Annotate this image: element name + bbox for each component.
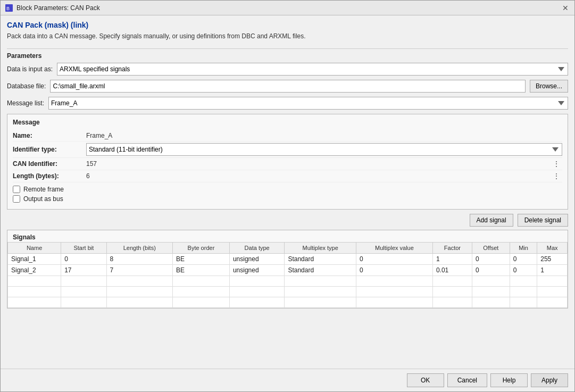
cell-start-bit: 17: [61, 265, 106, 276]
window-title: Block Parameters: CAN Pack: [16, 4, 100, 12]
cell-multiplex-value: 0: [356, 254, 433, 265]
data-input-label: Data is input as:: [7, 65, 53, 73]
message-group: Message Name: Frame_A Identifier type: S…: [7, 114, 568, 210]
table-row-empty: [8, 276, 568, 287]
cell-multiplex-type: Standard: [285, 254, 356, 265]
signals-title: Signals: [7, 230, 568, 242]
col-header-byte-order: Byte order: [172, 243, 229, 254]
message-list-row: Message list: Frame_A: [7, 97, 568, 110]
table-row-empty: [8, 287, 568, 297]
can-identifier-row: CAN Identifier: 157 ⋮: [13, 158, 562, 170]
cell-min: 0: [510, 265, 537, 276]
data-input-select[interactable]: Manually ARXML specified signals DBC spe…: [57, 63, 568, 76]
message-group-title: Message: [13, 119, 562, 126]
apply-button[interactable]: Apply: [531, 373, 568, 387]
help-button[interactable]: Help: [490, 373, 528, 387]
col-header-start-bit: Start bit: [61, 243, 106, 254]
cell-factor: 0.01: [432, 265, 472, 276]
can-identifier-label: CAN Identifier:: [13, 160, 82, 168]
parameters-label: Parameters: [7, 52, 568, 60]
col-header-min: Min: [510, 243, 537, 254]
database-file-input[interactable]: [50, 80, 526, 93]
titlebar: B Block Parameters: CAN Pack ✕: [1, 1, 574, 15]
cell-length-bits: 7: [106, 265, 172, 276]
identifier-type-select[interactable]: Standard (11-bit identifier) Extended (2…: [86, 143, 562, 156]
block-icon: B: [5, 4, 13, 12]
cell-multiplex-value: 0: [356, 265, 433, 276]
col-header-multiplex-value: Multiplex value: [356, 243, 433, 254]
remote-frame-row: Remote frame: [13, 186, 562, 193]
cell-data-type: unsigned: [229, 265, 285, 276]
length-row: Length (bytes): 6 ⋮: [13, 170, 562, 182]
cell-offset: 0: [472, 254, 510, 265]
cell-offset: 0: [472, 265, 510, 276]
delete-signal-button[interactable]: Delete signal: [518, 214, 568, 227]
col-header-max: Max: [537, 243, 568, 254]
database-file-label: Database file:: [7, 82, 46, 90]
can-identifier-value: 157: [86, 160, 546, 168]
message-name-value: Frame_A: [86, 132, 562, 139]
table-row[interactable]: Signal_1 0 8 BE unsigned Standard 0 1 0 …: [8, 254, 568, 265]
svg-text:B: B: [6, 6, 10, 11]
table-row[interactable]: Signal_2 17 7 BE unsigned Standard 0 0.0…: [8, 265, 568, 276]
app-title: CAN Pack (mask) (link): [7, 21, 568, 29]
message-name-label: Name:: [13, 132, 82, 139]
remote-frame-label: Remote frame: [23, 186, 64, 193]
description: Pack data into a CAN message. Specify si…: [7, 32, 568, 40]
col-header-factor: Factor: [432, 243, 472, 254]
cell-max: 1: [537, 265, 568, 276]
cell-max: 255: [537, 254, 568, 265]
remote-frame-checkbox[interactable]: [13, 186, 20, 193]
signals-table: Name Start bit Length (bits) Byte order …: [7, 242, 568, 308]
length-action[interactable]: ⋮: [551, 172, 562, 180]
output-as-bus-checkbox[interactable]: [13, 195, 20, 203]
col-header-data-type: Data type: [229, 243, 285, 254]
output-as-bus-label: Output as bus: [23, 195, 63, 203]
ok-button[interactable]: OK: [407, 373, 444, 387]
cell-factor: 1: [432, 254, 472, 265]
cell-length-bits: 8: [106, 254, 172, 265]
main-window: B Block Parameters: CAN Pack ✕ CAN Pack …: [0, 0, 575, 392]
can-identifier-action[interactable]: ⋮: [551, 160, 562, 168]
cell-byte-order: BE: [172, 265, 229, 276]
message-name-row: Name: Frame_A: [13, 130, 562, 141]
add-signal-button[interactable]: Add signal: [470, 214, 513, 227]
table-row-empty: [8, 297, 568, 308]
data-input-row: Data is input as: Manually ARXML specifi…: [7, 63, 568, 76]
signal-buttons: Add signal Delete signal: [7, 214, 568, 227]
cell-min: 0: [510, 254, 537, 265]
col-header-name: Name: [8, 243, 61, 254]
col-header-length: Length (bits): [106, 243, 172, 254]
identifier-type-label: Identifier type:: [13, 146, 82, 153]
titlebar-left: B Block Parameters: CAN Pack: [5, 4, 100, 12]
main-content: CAN Pack (mask) (link) Pack data into a …: [1, 15, 574, 369]
close-button[interactable]: ✕: [561, 3, 570, 13]
message-list-label: Message list:: [7, 99, 44, 107]
separator-1: [7, 48, 568, 49]
col-header-multiplex-type: Multiplex type: [285, 243, 356, 254]
cancel-button[interactable]: Cancel: [447, 373, 487, 387]
cell-data-type: unsigned: [229, 254, 285, 265]
output-as-bus-row: Output as bus: [13, 195, 562, 203]
browse-button[interactable]: Browse...: [530, 80, 568, 93]
col-header-offset: Offset: [472, 243, 510, 254]
footer: OK Cancel Help Apply: [1, 369, 574, 391]
length-value: 6: [86, 172, 546, 180]
identifier-type-row: Identifier type: Standard (11-bit identi…: [13, 141, 562, 158]
cell-multiplex-type: Standard: [285, 265, 356, 276]
cell-name: Signal_2: [8, 265, 61, 276]
length-label: Length (bytes):: [13, 172, 82, 180]
identifier-type-select-row: Standard (11-bit identifier) Extended (2…: [86, 143, 562, 156]
cell-name: Signal_1: [8, 254, 61, 265]
database-file-row: Database file: Browse...: [7, 80, 568, 93]
cell-start-bit: 0: [61, 254, 106, 265]
cell-byte-order: BE: [172, 254, 229, 265]
message-list-select[interactable]: Frame_A: [48, 97, 568, 110]
signals-section: Signals Name Start bit Length (bits) Byt…: [7, 230, 568, 308]
